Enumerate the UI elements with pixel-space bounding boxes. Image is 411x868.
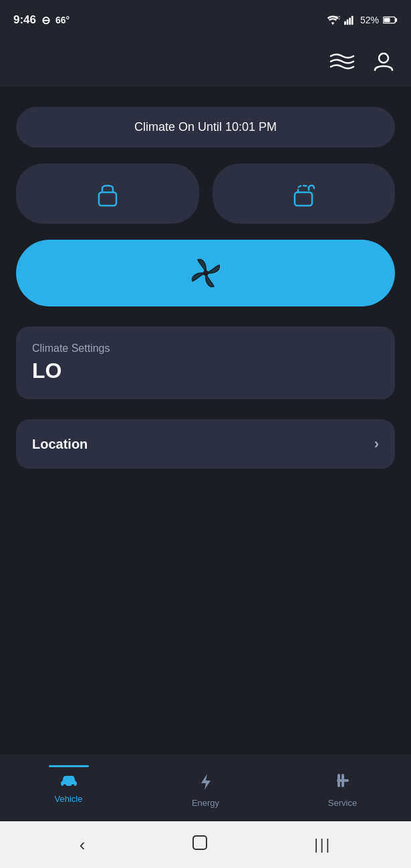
battery-icon <box>383 15 398 25</box>
svg-rect-18 <box>337 779 349 782</box>
location-label: Location <box>32 437 88 452</box>
svg-rect-3 <box>349 17 351 25</box>
nav-item-service[interactable]: Service <box>274 763 411 808</box>
energy-nav-label: Energy <box>192 798 219 808</box>
svg-rect-12 <box>61 781 77 786</box>
fan-button[interactable] <box>16 240 395 306</box>
svg-marker-15 <box>201 774 211 790</box>
svg-rect-19 <box>193 836 207 849</box>
signal-icon <box>344 15 356 25</box>
fan-icon <box>186 253 226 293</box>
unlock-button[interactable] <box>213 164 396 224</box>
vehicle-icon[interactable] <box>328 51 356 77</box>
unlock-icon <box>289 179 318 208</box>
nav-item-vehicle[interactable]: Vehicle <box>0 763 137 804</box>
battery-percent: 52% <box>360 15 379 25</box>
svg-text:4G+: 4G+ <box>335 15 340 20</box>
vehicle-nav-label: Vehicle <box>55 794 83 804</box>
svg-rect-9 <box>99 192 116 206</box>
nav-item-energy[interactable]: Energy <box>137 763 274 808</box>
home-circle-icon <box>190 833 209 852</box>
svg-rect-4 <box>352 16 354 25</box>
service-nav-label: Service <box>328 798 357 808</box>
energy-nav-icon <box>198 773 213 795</box>
climate-settings-label: Climate Settings <box>32 343 379 355</box>
svg-rect-7 <box>384 18 390 22</box>
svg-point-11 <box>203 270 209 276</box>
climate-status-button[interactable]: Climate On Until 10:01 PM <box>16 107 395 148</box>
chevron-right-icon: › <box>374 435 379 453</box>
android-nav-bar: ‹ ||| <box>0 821 411 868</box>
climate-settings-value: LO <box>32 359 379 383</box>
svg-point-8 <box>379 53 388 63</box>
home-button[interactable] <box>190 833 209 856</box>
location-card[interactable]: Location › <box>16 419 395 469</box>
nav-inactive-indicator-service <box>323 765 363 767</box>
dnd-icon: ⊖ <box>41 14 50 27</box>
temp-display: 66° <box>55 15 70 25</box>
svg-rect-2 <box>347 19 349 25</box>
lock-icon <box>93 179 122 208</box>
recents-button[interactable]: ||| <box>314 836 331 853</box>
status-right: 4G+ 52% <box>325 14 398 26</box>
climate-settings-card: Climate Settings LO <box>16 327 395 399</box>
wifi-icon: 4G+ <box>325 14 340 26</box>
status-time: 9:46 <box>13 13 36 27</box>
svg-rect-10 <box>295 192 312 206</box>
svg-rect-1 <box>344 21 346 25</box>
status-left: 9:46 ⊖ 66° <box>13 13 70 27</box>
lock-unlock-row <box>16 164 395 224</box>
vehicle-nav-icon <box>59 773 78 791</box>
header <box>0 40 411 87</box>
lock-button[interactable] <box>16 164 199 224</box>
status-bar: 9:46 ⊖ 66° 4G+ 52% <box>0 0 411 40</box>
main-content: Climate On Until 10:01 PM <box>0 87 411 754</box>
nav-inactive-indicator-energy <box>186 765 226 767</box>
svg-rect-6 <box>395 18 397 22</box>
service-nav-icon <box>334 773 352 795</box>
bottom-nav: Vehicle Energy Service <box>0 754 411 821</box>
nav-active-indicator <box>49 765 89 767</box>
back-button[interactable]: ‹ <box>80 835 86 855</box>
profile-icon[interactable] <box>372 50 395 77</box>
